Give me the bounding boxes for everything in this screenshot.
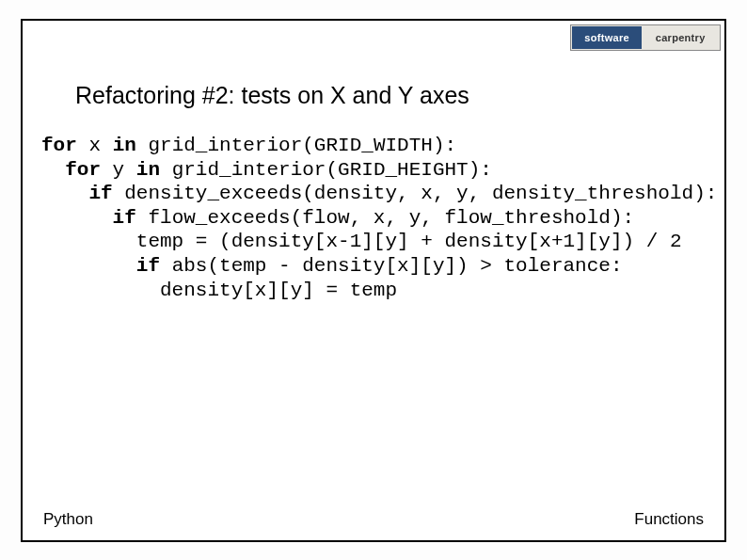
code-text: y (101, 159, 136, 181)
footer-right: Functions (634, 510, 704, 529)
code-text: temp = (density[x-1][y] + density[x+1][y… (41, 231, 682, 252)
software-carpentry-logo: software carpentry (570, 24, 721, 51)
keyword-for: for (41, 159, 101, 181)
slide-title: Refactoring #2: tests on X and Y axes (75, 82, 469, 109)
logo-right-text: carpentry (642, 26, 719, 49)
code-text: x (77, 135, 113, 156)
keyword-if: if (41, 207, 136, 229)
keyword-if: if (41, 183, 113, 204)
keyword-in: in (136, 159, 160, 181)
code-text: flow_exceeds(flow, x, y, flow_threshold)… (136, 207, 634, 229)
code-text: abs(temp - density[x][y]) > tolerance: (160, 255, 622, 277)
code-text: grid_interior(GRID_HEIGHT): (160, 159, 492, 181)
logo-left-text: software (572, 26, 642, 49)
code-text: grid_interior(GRID_WIDTH): (136, 135, 456, 156)
code-text: density_exceeds(density, x, y, density_t… (113, 183, 718, 204)
slide-frame: software carpentry Refactoring #2: tests… (21, 19, 726, 542)
code-block: for x in grid_interior(GRID_WIDTH): for … (41, 134, 724, 302)
footer-left: Python (43, 510, 93, 529)
keyword-if: if (41, 255, 160, 277)
keyword-for: for (41, 135, 77, 156)
code-text: density[x][y] = temp (41, 280, 397, 301)
keyword-in: in (113, 135, 136, 156)
